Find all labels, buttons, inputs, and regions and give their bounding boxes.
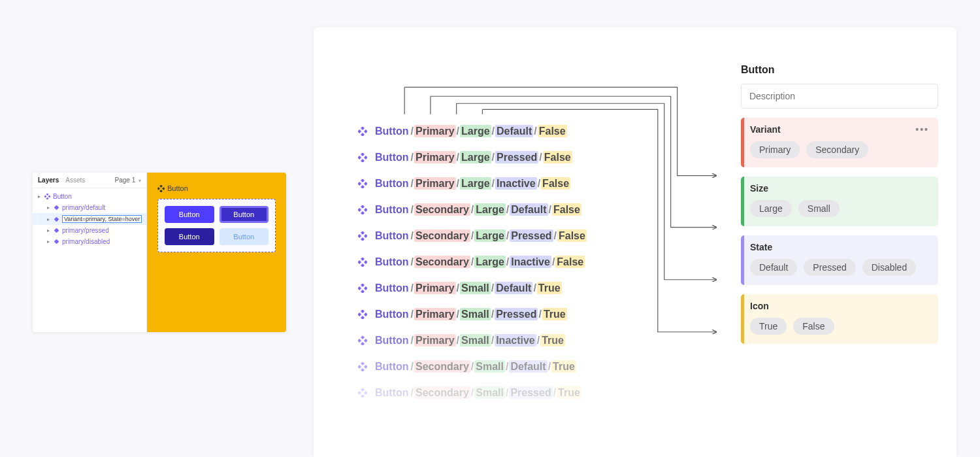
option-pill[interactable]: Disabled [862,259,916,276]
layer-row[interactable]: ▸ primary/pressed [33,225,146,236]
option-pill[interactable]: Pressed [804,259,855,276]
seg-size: Small [474,386,505,399]
svg-rect-22 [364,182,367,186]
canvas-mock: Button Button Button Button Button [147,173,286,332]
seg-state: Inactive [495,334,536,347]
seg-size: Large [460,151,491,163]
layer-label: primary/pressed [62,227,109,234]
seg-size: Large [474,229,506,242]
seg-name: Button [374,125,410,137]
svg-rect-25 [358,208,361,212]
svg-rect-37 [358,286,361,290]
svg-rect-14 [364,129,367,133]
sample-button-pressed: Button [165,228,214,245]
variant-path-row[interactable]: Button/Secondary/Large/Inactive/False [358,256,597,268]
svg-rect-34 [364,260,367,264]
option-pill[interactable]: Default [750,259,797,276]
seg-variant: Primary [414,308,456,320]
option-pill[interactable]: Small [798,200,840,217]
seg-name: Button [374,151,410,163]
property-label: Size [750,183,768,194]
component-icon [358,127,367,136]
seg-variant: Primary [414,151,456,163]
seg-state: Pressed [495,151,538,163]
seg-name: Button [374,308,410,320]
variant-path-row[interactable]: Button/Primary/Small/Default/True [358,282,597,294]
svg-rect-46 [364,339,367,343]
option-pill[interactable]: False [793,318,834,335]
svg-rect-48 [361,362,365,365]
variant-mapping-card: Button/Primary/Large/Default/FalseButton… [314,27,956,457]
variant-path-row[interactable]: Button/Secondary/Small/Pressed/True [358,387,597,399]
variant-frame[interactable]: Button Button Button Button [157,199,276,252]
variant-path-row[interactable]: Button/Primary/Small/Inactive/True [358,335,597,347]
seg-state: Default [510,203,547,216]
layer-label-editing[interactable]: Variant=primary, State=hover [62,215,142,223]
svg-rect-53 [358,391,361,395]
property-card-size: SizeLargeSmall [741,177,938,226]
component-icon [358,205,367,214]
property-label: Variant [750,124,781,135]
caret-icon: ▸ [47,216,51,222]
layer-row-selected[interactable]: ▸ Variant=primary, State=hover [33,213,146,225]
svg-rect-11 [159,190,163,192]
seg-state: Pressed [510,229,553,242]
svg-rect-42 [364,313,367,316]
chevron-down-icon: ▾ [139,178,141,184]
sample-button-hover: Button [220,206,269,223]
variant-path-row[interactable]: Button/Secondary/Large/Pressed/False [358,230,597,242]
seg-variant: Secondary [414,229,470,242]
seg-icon: False [557,229,587,242]
component-icon [358,388,367,398]
seg-icon: True [542,308,567,320]
variant-path-row[interactable]: Button/Primary/Small/Pressed/True [358,309,597,320]
seg-size: Large [460,177,491,190]
svg-rect-28 [361,231,365,235]
option-pill[interactable]: Large [750,200,792,217]
svg-rect-40 [361,310,365,313]
component-icon [358,284,367,293]
layer-row-root[interactable]: ▸ Button [33,191,146,202]
page-label: Page 1 [115,177,136,184]
component-icon [358,231,367,241]
component-icon [358,153,367,162]
svg-rect-1 [44,195,46,198]
svg-rect-24 [361,205,365,209]
component-icon [157,185,165,192]
svg-rect-20 [361,179,365,182]
svg-rect-21 [358,182,361,186]
svg-rect-49 [358,365,361,369]
option-pill[interactable]: True [750,318,787,335]
seg-name: Button [374,360,410,373]
layer-row[interactable]: ▸ primary/disabled [33,236,146,247]
option-pill[interactable]: Secondary [806,141,868,158]
seg-name: Button [374,334,410,347]
svg-rect-41 [358,313,361,316]
seg-icon: True [557,386,581,399]
variant-path-row[interactable]: Button/Secondary/Small/Default/True [358,361,597,373]
variant-path-row[interactable]: Button/Primary/Large/Default/False [358,126,597,137]
variant-path-row[interactable]: Button/Primary/Large/Pressed/False [358,152,597,163]
tab-assets[interactable]: Assets [65,177,85,184]
svg-rect-52 [361,388,365,392]
seg-state: Default [495,125,533,137]
property-card-icon: IconTrueFalse [741,294,938,344]
seg-variant: Primary [414,125,456,137]
variant-path-row[interactable]: Button/Secondary/Large/Default/False [358,204,597,216]
page-selector[interactable]: Page 1 ▾ [115,177,141,184]
description-input[interactable] [741,84,938,109]
more-icon[interactable]: ••• [915,124,929,135]
seg-size: Large [474,203,506,216]
variant-path-row[interactable]: Button/Primary/Large/Inactive/False [358,178,597,190]
svg-rect-4 [54,205,59,211]
variant-icon [54,205,59,211]
tab-layers[interactable]: Layers [38,177,59,184]
option-pill[interactable]: Primary [750,141,800,158]
component-name: Button [167,184,188,192]
seg-variant: Secondary [414,203,470,216]
svg-rect-27 [361,211,365,214]
variant-path-list: Button/Primary/Large/Default/FalseButton… [358,126,597,413]
svg-rect-18 [364,156,367,160]
layer-row[interactable]: ▸ primary/default [33,202,146,213]
svg-rect-38 [364,286,367,290]
